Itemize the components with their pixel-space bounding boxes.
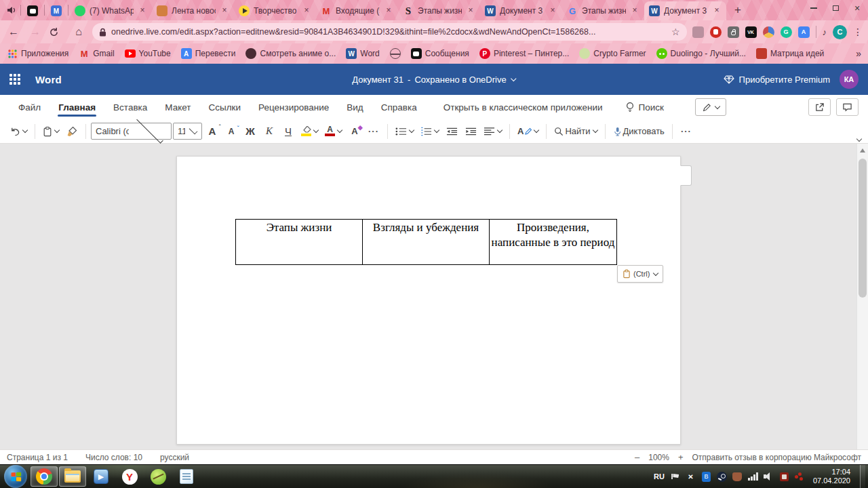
chevron-down-icon[interactable]	[54, 127, 60, 133]
undo-button[interactable]	[7, 122, 30, 141]
tray-app-icon[interactable]	[732, 472, 743, 482]
bluetooth-icon[interactable]: B	[701, 472, 711, 482]
chevron-down-icon[interactable]	[22, 127, 28, 133]
password-manager-icon[interactable]	[728, 26, 739, 38]
more-font-options-button[interactable]: ···	[365, 122, 382, 141]
font-color-button[interactable]: А	[322, 122, 344, 141]
tab-close-icon[interactable]: ×	[138, 6, 147, 16]
underline-button[interactable]: Ч	[279, 122, 297, 141]
zoom-in-button[interactable]: +	[676, 452, 686, 462]
pinned-tab-messages[interactable]	[22, 1, 43, 20]
feedback-link[interactable]: Отправить отзыв в корпорацию Майкрософт	[692, 453, 861, 462]
ribbon-tab-view[interactable]: Вид	[338, 95, 372, 119]
grammarly-icon[interactable]: G	[781, 26, 792, 38]
chevron-down-icon[interactable]	[409, 127, 414, 133]
url-text[interactable]: onedrive.live.com/edit.aspx?action=editn…	[111, 27, 667, 37]
ribbon-tab-references[interactable]: Ссылки	[200, 95, 250, 119]
taskbar-yandex-browser[interactable]: Y	[116, 466, 143, 487]
tray-red-dots-icon[interactable]	[795, 472, 805, 482]
bookmark-duolingo[interactable]: Duolingo - Лучший...	[656, 48, 746, 59]
paste-options-button[interactable]: (Ctrl)	[617, 265, 663, 283]
restore-button[interactable]	[825, 0, 846, 16]
bookmark-anime[interactable]: Смотреть аниме о...	[245, 48, 336, 59]
tab-close-icon[interactable]: ×	[630, 6, 639, 16]
ribbon-tab-file[interactable]: Файл	[9, 95, 50, 119]
vertical-scrollbar[interactable]	[856, 144, 868, 449]
chevron-down-icon[interactable]	[534, 127, 539, 133]
start-button[interactable]	[4, 465, 27, 488]
network-signal-icon[interactable]	[748, 472, 758, 482]
tab-gmail-inbox[interactable]: M Входящие (5 ×	[316, 1, 398, 20]
adblock-icon[interactable]	[710, 26, 722, 38]
address-bar[interactable]: onedrive.live.com/edit.aspx?action=editn…	[92, 23, 687, 41]
more-commands-button[interactable]: ···	[677, 122, 695, 141]
taskbar-lime-app[interactable]	[144, 466, 172, 487]
tab-close-icon[interactable]: ×	[384, 6, 393, 16]
chevron-down-icon[interactable]	[592, 127, 597, 133]
taskbar-media-player[interactable]: ▶	[87, 466, 115, 487]
extension-icon[interactable]	[692, 26, 704, 38]
ribbon-tab-layout[interactable]: Макет	[156, 95, 199, 119]
tab-close-icon[interactable]: ×	[466, 6, 475, 16]
home-button[interactable]: ⌂	[71, 26, 87, 38]
page-side-handle[interactable]	[680, 165, 692, 186]
clock[interactable]: 17:04 07.04.2020	[813, 468, 850, 485]
bookmark-translate[interactable]: A Перевести	[181, 48, 236, 59]
taskbar-chrome[interactable]	[31, 466, 58, 487]
chevron-down-icon[interactable]	[653, 270, 658, 275]
power-plug-icon[interactable]	[779, 472, 789, 482]
bookmark-matrix[interactable]: Матрица идей	[756, 48, 824, 59]
bookmark-crypto-farmer[interactable]: Crypto Farmer	[579, 48, 646, 59]
share-button[interactable]	[808, 98, 831, 116]
clear-formatting-button[interactable]: A◆	[346, 122, 363, 141]
font-size-select[interactable]: 11	[173, 123, 202, 140]
table-header-cell[interactable]: Этапы жизни	[236, 220, 363, 264]
bookmark-star-icon[interactable]: ☆	[671, 26, 680, 37]
bookmarks-overflow-icon[interactable]: »	[856, 48, 861, 59]
bookmark-messages[interactable]: Сообщения	[411, 48, 469, 59]
pinned-tab-vk-messenger[interactable]: M	[46, 1, 66, 20]
shrink-font-button[interactable]: Aˇ	[222, 122, 240, 141]
bookmark-globe[interactable]	[390, 48, 401, 59]
translate-icon[interactable]: A	[798, 26, 810, 38]
decrease-indent-button[interactable]	[443, 122, 460, 141]
app-launcher-icon[interactable]	[9, 74, 20, 85]
bookmark-gmail[interactable]: M Gmail	[79, 48, 114, 59]
chevron-down-icon[interactable]	[434, 127, 439, 133]
chevron-down-icon[interactable]	[337, 127, 342, 133]
document-table[interactable]: Этапы жизни Взгляды и убеждения Произвед…	[235, 219, 617, 265]
minimize-button[interactable]	[803, 0, 825, 16]
table-header-cell[interactable]: Взгляды и убеждения	[363, 220, 490, 264]
chevron-down-icon[interactable]	[136, 117, 163, 144]
show-desktop-button[interactable]	[860, 465, 865, 488]
tab-etapy-zhizni-1[interactable]: S Этапы жизн ×	[398, 1, 480, 20]
open-in-desktop-app-button[interactable]: Открыть в классическом приложении	[443, 102, 603, 113]
comments-button[interactable]	[836, 98, 859, 116]
chevron-down-icon[interactable]	[313, 127, 319, 133]
browser-profile-avatar[interactable]: C	[833, 25, 847, 39]
bold-button[interactable]: Ж	[241, 122, 259, 141]
ribbon-tab-help[interactable]: Справка	[372, 95, 426, 119]
tab-word-doc-1[interactable]: W Документ 3 ×	[480, 1, 562, 20]
grow-font-button[interactable]: Aˆ	[203, 122, 221, 141]
zoom-out-button[interactable]: –	[633, 452, 642, 462]
action-center-flag-icon[interactable]	[670, 472, 680, 482]
paste-button[interactable]	[40, 122, 62, 141]
tab-word-doc-active[interactable]: W Документ 3 ×	[644, 1, 726, 20]
numbering-button[interactable]	[418, 122, 441, 141]
search-button[interactable]: Поиск	[626, 102, 664, 113]
table-header-cell[interactable]: Произведения, написанные в это период	[490, 220, 616, 264]
taskbar-notepad[interactable]	[173, 466, 200, 487]
language-indicator[interactable]: русский	[160, 453, 189, 462]
tab-zen[interactable]: Лента новос ×	[152, 1, 234, 20]
saved-status[interactable]: Сохранено в OneDrive	[414, 75, 506, 85]
tab-etapy-zhizni-2[interactable]: G Этапы жизн ×	[562, 1, 644, 20]
bookmark-youtube[interactable]: YouTube	[125, 49, 171, 58]
bookmark-pinterest[interactable]: P Pinterest – Пинтер...	[479, 48, 569, 59]
disconnected-icon[interactable]: ✕	[686, 472, 696, 482]
steam-icon[interactable]	[717, 472, 727, 482]
account-avatar[interactable]: КА	[840, 70, 859, 89]
new-tab-button[interactable]: +	[729, 1, 747, 19]
format-painter-button[interactable]	[63, 122, 81, 141]
chevron-down-icon[interactable]	[189, 126, 198, 135]
